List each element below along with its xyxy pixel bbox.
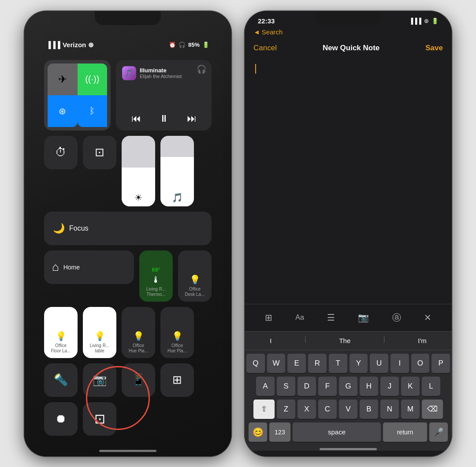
key-g[interactable]: G (339, 377, 357, 396)
key-f[interactable]: F (318, 377, 337, 396)
rewind-button[interactable]: ⏮ (131, 113, 141, 124)
hue-play-1-tile[interactable]: 💡 OfficeHue Pla... (122, 307, 155, 358)
table-lamp-icon: 💡 (94, 331, 105, 341)
key-e[interactable]: E (287, 354, 306, 373)
thermostat-name: Living R...Thermo... (146, 287, 166, 297)
airplane-mode-button[interactable]: ✈ (48, 64, 78, 95)
key-x[interactable]: X (298, 400, 316, 419)
key-z[interactable]: Z (277, 400, 295, 419)
camera-button[interactable]: 📷 (83, 363, 116, 397)
key-s[interactable]: S (277, 377, 295, 396)
scan-button[interactable]: ⊞ (160, 363, 194, 397)
hue-play-2-tile[interactable]: 💡 OfficeHue Pla... (160, 307, 194, 358)
remote-icon: 📱 (131, 373, 145, 387)
music-artist: Elijah the Alchemist (140, 74, 182, 79)
keyboard-row-1: Q W E R T Y U I O P (246, 354, 450, 373)
home-button[interactable]: ⌂ Home (44, 250, 134, 284)
key-i[interactable]: I (390, 354, 409, 373)
key-d[interactable]: D (298, 377, 316, 396)
notch-right (315, 11, 381, 25)
battery-icon: 🔋 (431, 18, 439, 24)
hue1-name: OfficeHue Pla... (129, 343, 148, 354)
numbers-key[interactable]: 123 (269, 422, 290, 442)
thermostat-icon: 🌡 (152, 275, 160, 285)
cancel-button[interactable]: Cancel (253, 44, 277, 52)
play-pause-button[interactable]: ⏸ (159, 113, 169, 124)
office-floor-lamp-tile[interactable]: 💡 OfficeFloor La... (44, 307, 78, 358)
save-button[interactable]: Save (425, 44, 443, 52)
battery-icon: 🔋 (202, 41, 209, 48)
cellular-button[interactable]: ((·)) (78, 64, 108, 95)
photo-icon[interactable]: 📷 (356, 310, 371, 325)
home-indicator-right (320, 448, 377, 450)
wifi-icon: ⊛ (424, 18, 429, 24)
key-c[interactable]: C (318, 400, 337, 419)
wifi-icon: ⊛ (88, 41, 94, 49)
remote-button[interactable]: 📱 (122, 363, 155, 397)
flashlight-button[interactable]: 🔦 (44, 363, 78, 397)
format-text-icon[interactable]: Aa (293, 311, 306, 324)
mirror-icon: ⊡ (95, 146, 104, 159)
fast-forward-button[interactable]: ⏭ (187, 113, 197, 124)
key-o[interactable]: O (411, 354, 430, 373)
quick-note-button[interactable]: ⊡ (83, 402, 116, 436)
key-q[interactable]: Q (246, 354, 265, 373)
lamp-icon: 💡 (190, 274, 201, 285)
quick-note-icon: ⊡ (94, 411, 105, 426)
autocomplete-word-2[interactable]: The (330, 335, 359, 346)
hue2-name: OfficeHue Pla... (167, 343, 187, 354)
key-h[interactable]: H (360, 377, 378, 396)
markup-icon[interactable]: ⓐ (390, 310, 403, 326)
close-keyboard-icon[interactable]: ✕ (422, 310, 434, 325)
key-v[interactable]: V (339, 400, 357, 419)
key-l[interactable]: L (422, 377, 440, 396)
screen-time-button[interactable]: ⏱ (44, 136, 78, 169)
focus-label: Focus (69, 224, 89, 232)
key-b[interactable]: B (360, 400, 378, 419)
bluetooth-button[interactable]: ᛒ (78, 95, 108, 127)
key-k[interactable]: K (401, 377, 420, 396)
music-title: Illuminate (140, 67, 182, 74)
autocomplete-word-1[interactable]: I (261, 335, 280, 346)
volume-slider[interactable]: 🎵 (160, 136, 194, 206)
table-icon[interactable]: ⊞ (263, 310, 275, 325)
space-key[interactable]: space (293, 422, 381, 442)
autocomplete-word-3[interactable]: I'm (409, 335, 435, 346)
shift-key[interactable]: ⇧ (253, 400, 275, 419)
living-room-table-tile[interactable]: 💡 Living R...table (83, 307, 116, 358)
mic-key[interactable]: 🎤 (429, 422, 448, 442)
table-lamp-name: Living R...table (90, 343, 109, 354)
home-label: Home (63, 264, 80, 271)
key-u[interactable]: U (370, 354, 388, 373)
note-content-area[interactable] (245, 60, 452, 304)
airpods-icon: 🎧 (197, 64, 206, 74)
emoji-key[interactable]: 😊 (249, 422, 267, 442)
checklist-icon[interactable]: ☰ (325, 310, 337, 325)
wifi-button[interactable]: ⊛ (48, 95, 78, 127)
key-y[interactable]: Y (350, 354, 368, 373)
key-j[interactable]: J (380, 377, 399, 396)
hue2-icon: 💡 (172, 331, 183, 341)
key-a[interactable]: A (256, 377, 275, 396)
delete-key[interactable]: ⌫ (422, 400, 443, 419)
thermostat-tile[interactable]: 69° 🌡 Living R...Thermo... (139, 250, 173, 302)
temp-label: 69° (152, 266, 160, 273)
screen-mirror-button[interactable]: ⊡ (83, 136, 116, 169)
keyboard-row-3: ⇧ Z X C V B N M ⌫ (246, 400, 450, 419)
key-r[interactable]: R (308, 354, 327, 373)
brightness-slider[interactable]: ☀ (122, 136, 155, 206)
airplane-icon: ✈ (58, 73, 67, 86)
voice-memo-button[interactable]: ⏺ (44, 402, 78, 436)
search-back-link[interactable]: ◄ Search (245, 28, 452, 40)
key-t[interactable]: T (329, 354, 347, 373)
key-w[interactable]: W (267, 354, 286, 373)
key-m[interactable]: M (401, 400, 420, 419)
floor-lamp-name: OfficeFloor La... (51, 343, 71, 354)
return-key[interactable]: return (383, 422, 427, 442)
key-n[interactable]: N (380, 400, 399, 419)
office-desk-lamp-tile[interactable]: 💡 OfficeDesk La... (178, 250, 212, 302)
back-chevron-icon: ◄ (253, 28, 260, 36)
music-player-tile: 🎵 Illuminate Elijah the Alchemist 🎧 ⏮ (116, 60, 212, 131)
key-p[interactable]: P (431, 354, 450, 373)
focus-button[interactable]: 🌙 Focus (44, 212, 212, 245)
